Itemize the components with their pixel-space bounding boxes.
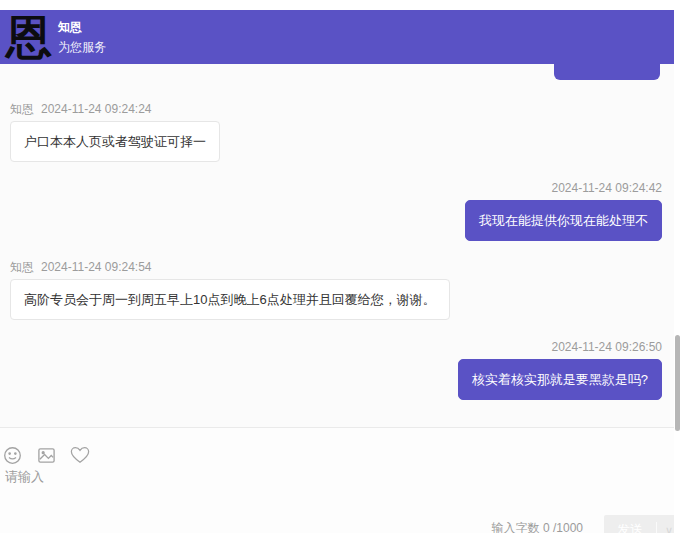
composer-toolbar: [2, 445, 90, 465]
header-text: 知恩 为您服务: [58, 19, 106, 56]
message-meta: 2024-11-24 09:26:50: [458, 340, 662, 354]
message-right: 2024-11-24 09:24:42 我现在能提供你现在能处理不: [465, 181, 662, 241]
message-bubble: 高阶专员会于周一到周五早上10点到晚上6点处理并且回覆给您，谢谢。: [10, 279, 450, 320]
message-bubble: 我现在能提供你现在能处理不: [465, 200, 662, 241]
sender-name: 知恩: [10, 102, 34, 116]
char-count: 输入字数 0 /1000: [492, 520, 583, 533]
message-meta: 知恩2024-11-24 09:24:24: [10, 102, 220, 116]
message-left: 知恩2024-11-24 09:24:24 户口本本人页或者驾驶证可择一: [10, 102, 220, 162]
message-bubble: 核实着核实那就是要黑款是吗?: [458, 359, 662, 400]
timestamp: 2024-11-24 09:24:42: [551, 181, 662, 195]
heart-icon[interactable]: [70, 445, 90, 465]
emoji-icon[interactable]: [2, 445, 22, 465]
char-count-value: 0 /1000: [543, 521, 583, 533]
brand-logo: 恩: [0, 12, 58, 62]
message-left: 知恩2024-11-24 09:24:54 高阶专员会于周一到周五早上10点到晚…: [10, 260, 450, 320]
char-count-label: 输入字数: [492, 521, 540, 533]
message-input[interactable]: [5, 468, 405, 506]
agent-tagline: 为您服务: [58, 39, 106, 56]
send-button-label: 发送: [604, 521, 656, 533]
sender-name: 知恩: [10, 260, 34, 274]
timestamp: 2024-11-24 09:24:54: [41, 260, 152, 274]
message-right: 2024-11-24 09:26:50 核实着核实那就是要黑款是吗?: [458, 340, 662, 400]
scrollbar-track[interactable]: [674, 0, 681, 533]
composer: 输入字数 0 /1000 发送 ∨: [0, 427, 681, 533]
message-bubble: 户口本本人页或者驾驶证可择一: [10, 121, 220, 162]
agent-name: 知恩: [58, 19, 106, 36]
image-icon[interactable]: [36, 445, 56, 465]
send-button[interactable]: 发送 ∨: [604, 515, 681, 533]
timestamp: 2024-11-24 09:26:50: [551, 340, 662, 354]
scrollbar-thumb[interactable]: [675, 335, 680, 431]
top-margin-strip: [0, 0, 681, 10]
message-meta: 知恩2024-11-24 09:24:54: [10, 260, 450, 274]
truncated-message-bubble: [554, 64, 660, 80]
timestamp: 2024-11-24 09:24:24: [41, 102, 152, 116]
chat-window: 恩 知恩 为您服务 知恩2024-11-24 09:24:24 户口本本人页或者…: [0, 0, 681, 533]
message-meta: 2024-11-24 09:24:42: [465, 181, 662, 195]
chat-header: 恩 知恩 为您服务: [0, 10, 674, 64]
